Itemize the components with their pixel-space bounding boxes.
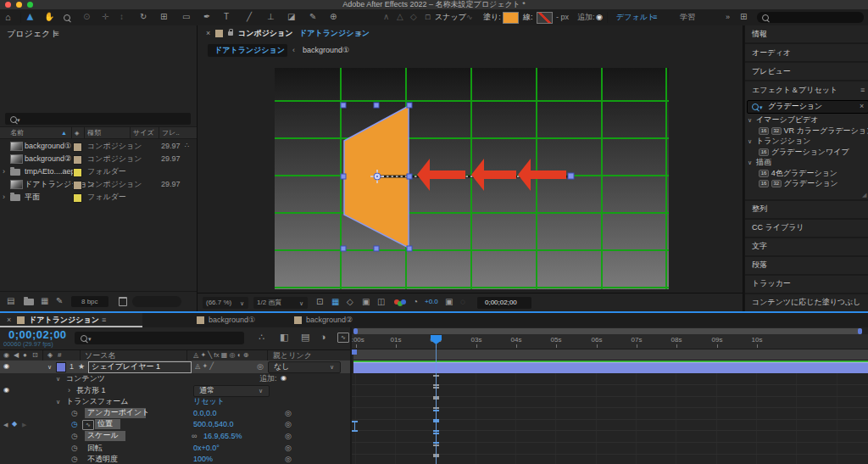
keyframe-track-area[interactable]	[352, 373, 868, 464]
timeline-search-field[interactable]: ▾	[75, 332, 244, 344]
panel-tab-audio[interactable]: オーディオ	[752, 49, 791, 57]
layer-twirl-icon[interactable]: ∨	[47, 364, 52, 370]
parent-pickwhip-icon[interactable]: ◎	[257, 363, 264, 371]
snap-options-icon[interactable]: ∿	[466, 14, 473, 21]
channel-rgb-icon[interactable]	[394, 299, 406, 306]
position-stopwatch-icon[interactable]: ◷	[71, 421, 78, 428]
rotation-label[interactable]: 回転	[87, 444, 103, 452]
contents-add-icon[interactable]: ◉	[281, 375, 287, 382]
panel-tab-paragraph[interactable]: 段落	[752, 261, 767, 269]
tab-menu-icon[interactable]: ≡	[102, 316, 106, 324]
scale-link-icon[interactable]: ∞	[192, 433, 197, 440]
project-search-field[interactable]: ▾	[5, 113, 191, 125]
footer-film-icon[interactable]: ▤	[7, 297, 14, 305]
home-icon[interactable]: ⌂	[5, 13, 11, 22]
workspace-menu-icon[interactable]: ≡	[653, 14, 657, 21]
label-color-swatch[interactable]	[73, 193, 82, 203]
anchor-label-highlight[interactable]: アンカーポイント	[85, 408, 146, 418]
anchor-value[interactable]: 0.0,0.0	[193, 410, 217, 417]
resolution-dropdown[interactable]: 1/2 画質 ∨	[253, 297, 308, 309]
timeline-tab-background2[interactable]: background②	[288, 313, 381, 327]
navigator-end-handle[interactable]	[858, 328, 862, 334]
navigator-start-handle[interactable]	[353, 328, 358, 334]
label-color-swatch[interactable]	[73, 143, 82, 152]
fill-color-swatch[interactable]	[503, 12, 519, 24]
position-label-highlight[interactable]: 位置	[95, 419, 120, 429]
expander-icon[interactable]: ›	[3, 193, 5, 201]
add-button-icon[interactable]: ◉	[596, 14, 603, 21]
position-keyframe-at-0s[interactable]	[352, 421, 358, 432]
project-row-solids[interactable]: › 平面 フォルダー	[0, 191, 197, 204]
group-twirl-icon[interactable]: ∨	[748, 159, 752, 165]
layer-duration-bar[interactable]	[353, 362, 868, 374]
effects-search-clear-icon[interactable]: ×	[860, 103, 864, 110]
project-panel-title[interactable]: プロジェクト	[7, 30, 58, 38]
scale-value[interactable]: 16.9,65.5%	[203, 433, 242, 440]
motion-blur-icon[interactable]: ◑	[320, 333, 326, 342]
transform-reset-button[interactable]: リセット	[193, 398, 225, 405]
brush-tool-icon[interactable]: ╱	[247, 13, 252, 21]
scale-pickwhip-icon[interactable]: ◎	[285, 433, 292, 440]
orbit-tool-icon[interactable]: ⊙	[83, 13, 90, 21]
panel-tab-tracker[interactable]: トラッカー	[752, 280, 791, 288]
draft-3d-icon[interactable]: ◧	[280, 333, 288, 342]
rotate-tool-icon[interactable]: ↻	[140, 13, 147, 21]
effect-item-4color-gradient[interactable]: 16 4色グラデーション	[759, 169, 837, 177]
layer-row-shape-layer-1[interactable]: ◉ ∨ 1 ★ シェイプレイヤー 1 ◬ ✦ ╱ ◎ なし ∨	[0, 361, 352, 373]
effect-group-immersive[interactable]: イマーシブビデオ	[756, 116, 818, 124]
rectangle-tool-icon[interactable]: ▭	[182, 13, 190, 21]
source-name-column-label[interactable]: ソース名	[85, 352, 115, 360]
label-color-swatch[interactable]	[73, 181, 82, 190]
layer-color-swatch[interactable]	[56, 362, 66, 372]
expander-icon[interactable]: ›	[3, 168, 5, 176]
dolly-tool-icon[interactable]: ↕	[120, 13, 124, 21]
transparency-grid-icon[interactable]: ▦	[331, 298, 339, 306]
stroke-width-value[interactable]: - px	[556, 14, 569, 21]
rotation-stopwatch-icon[interactable]: ◷	[71, 444, 78, 452]
roto-brush-tool-icon[interactable]: ✎	[309, 13, 316, 21]
contents-group-label[interactable]: コンテンツ	[66, 375, 105, 383]
position-pickwhip-icon[interactable]: ◎	[285, 421, 292, 428]
layer-switches-icons[interactable]: ◬ ✦ ╱	[195, 363, 214, 370]
opacity-stopwatch-icon[interactable]: ◷	[71, 456, 78, 463]
magnification-dropdown[interactable]: (66.7 %) ∨	[203, 297, 248, 309]
panel-tab-character[interactable]: 文字	[752, 243, 767, 250]
comp-panel-menu-icon[interactable]: ≡	[357, 30, 361, 37]
frame-blending-icon[interactable]: ▤	[301, 333, 309, 342]
new-composition-icon[interactable]: ▦	[41, 297, 48, 305]
opacity-label[interactable]: 不透明度	[87, 456, 118, 463]
selection-tool-icon[interactable]: ▶	[25, 14, 34, 20]
puppet-pin-tool-icon[interactable]: ⊕	[330, 13, 337, 21]
label-color-swatch[interactable]	[73, 168, 82, 177]
opacity-pickwhip-icon[interactable]: ◎	[285, 456, 292, 463]
project-row-tmpfolder[interactable]: › tmpAEto....aep フォルダー	[0, 165, 197, 178]
effect-group-generate[interactable]: 描画	[756, 159, 771, 166]
column-tag-icon[interactable]: ◈	[75, 130, 79, 136]
effect-item-vr-color-gradient[interactable]: 16 32 VR カラーグラデーション	[759, 126, 868, 135]
keyframe-diamond-icon[interactable]: ◆	[12, 421, 17, 428]
tab-close-icon[interactable]: ×	[7, 316, 11, 324]
axis-world-icon[interactable]: △	[397, 13, 403, 21]
lock-icon[interactable]	[228, 31, 233, 36]
composition-mini-flowchart-icon[interactable]: ∴	[259, 333, 264, 342]
stroke-color-swatch[interactable]	[537, 12, 553, 24]
composition-viewport[interactable]	[275, 68, 669, 289]
guides-options-icon[interactable]: ◫	[377, 298, 385, 306]
effects-search-field[interactable]: ▾ グラデーション ×	[747, 100, 868, 114]
workspace-learn-button[interactable]: 学習	[680, 14, 695, 21]
column-type[interactable]: 種類	[87, 130, 101, 137]
parent-dropdown[interactable]: なし ∨	[268, 361, 341, 373]
type-tool-icon[interactable]: T	[224, 13, 229, 21]
group-twirl-icon[interactable]: ∨	[748, 138, 752, 144]
timeline-zoom-navigator[interactable]	[353, 328, 862, 334]
position-value[interactable]: 500.0,540.0	[193, 421, 234, 428]
panel-tab-content-aware-fill[interactable]: コンテンツに応じた塗りつぶし	[752, 299, 861, 306]
comp-time-display[interactable]: 0;00;02;00	[477, 297, 531, 309]
pan-camera-tool-icon[interactable]: ✛	[102, 13, 108, 21]
opacity-value[interactable]: 100%	[193, 456, 213, 463]
transform-group-label[interactable]: トランスフォーム	[66, 398, 128, 405]
panel-tab-preview[interactable]: プレビュー	[752, 68, 791, 75]
effect-item-gradient-wipe[interactable]: 16 グラデーションワイプ	[759, 148, 849, 156]
zoom-tool-icon[interactable]	[64, 14, 70, 21]
eraser-tool-icon[interactable]: ◪	[287, 13, 295, 21]
